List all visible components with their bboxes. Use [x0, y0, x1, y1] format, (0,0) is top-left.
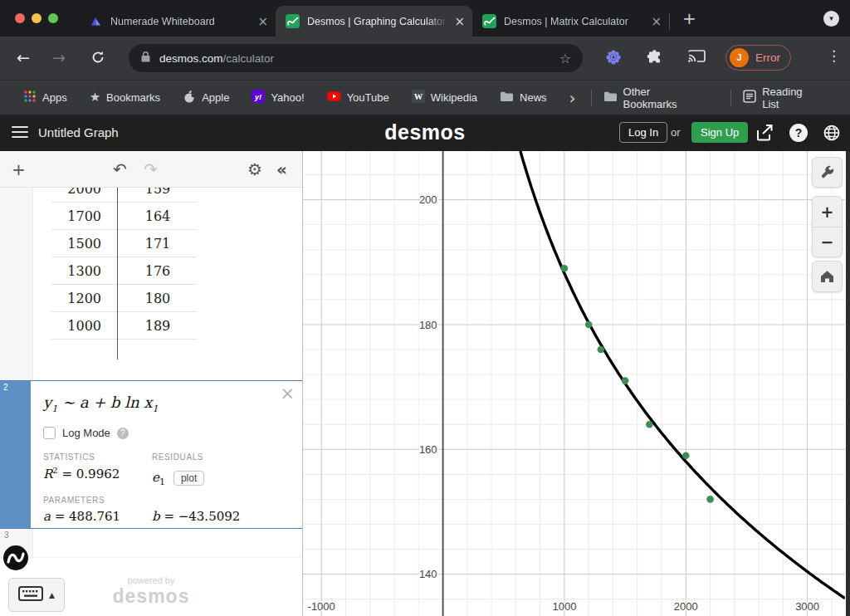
zoom-in-button[interactable]: + [813, 197, 842, 227]
bookmark-label: Yahoo! [271, 91, 304, 104]
graph-title[interactable]: Untitled Graph [38, 125, 119, 139]
tab-title: Numerade Whiteboard [110, 16, 251, 27]
tab-title: Desmos | Matrix Calculator [504, 16, 644, 27]
bookmark-item[interactable]: Apps [23, 90, 67, 105]
bookmark-item[interactable]: ★Bookmarks [90, 91, 160, 104]
bookmark-item[interactable]: Reading List [743, 86, 814, 110]
profile-status: Error [755, 51, 780, 64]
empty-expression-row[interactable]: 3 [0, 529, 303, 558]
cast-icon[interactable] [687, 48, 706, 67]
reload-button[interactable] [87, 46, 109, 71]
table-cell-x[interactable]: 1700 [33, 203, 101, 230]
data-point[interactable] [682, 452, 690, 460]
desmos-header: Untitled Graph desmos Log In or Sign Up … [0, 115, 850, 151]
data-point[interactable] [585, 321, 593, 329]
main-menu-icon[interactable] [12, 126, 28, 138]
keyboard-toggle-button[interactable]: ▲ [8, 578, 65, 612]
graph-settings-wrench-button[interactable] [812, 157, 843, 188]
extensions-puzzle-icon[interactable] [646, 48, 663, 69]
back-button[interactable]: ← [12, 46, 34, 68]
forward-button[interactable]: → [48, 46, 70, 68]
table-cell-y[interactable]: 176 [117, 257, 198, 285]
log-mode-help-icon[interactable]: ? [117, 428, 129, 439]
help-icon[interactable]: ? [789, 124, 808, 142]
table-cell-x[interactable]: 1300 [33, 257, 101, 285]
bookmark-label: Bookmarks [106, 91, 160, 104]
zoom-out-button[interactable]: − [813, 227, 842, 257]
bookmark-item[interactable]: Apple [183, 90, 229, 106]
close-window-button[interactable] [15, 13, 25, 23]
browser-menu-button[interactable]: ⋮ [827, 47, 841, 64]
zoom-controls: + − [812, 196, 843, 257]
tab-search-button[interactable]: ▾ [823, 11, 839, 27]
tab-close-button[interactable]: × [257, 15, 268, 27]
collapse-panel-button[interactable]: « [276, 159, 287, 179]
extension-flower-icon[interactable] [604, 48, 623, 70]
table-cell-y[interactable]: 164 [117, 203, 198, 230]
residuals-label: RESIDUALS [152, 452, 240, 466]
signup-button[interactable]: Sign Up [691, 122, 748, 143]
redo-button[interactable]: ↷ [144, 159, 158, 179]
address-bar[interactable]: desmos.com/calculator ☆ [129, 44, 583, 72]
table-cell-x[interactable]: 1000 [33, 312, 101, 340]
login-button[interactable]: Log In [619, 122, 667, 143]
graph-canvas[interactable]: 200180160140-1000100020003000 [303, 151, 845, 616]
undo-button[interactable]: ↶ [113, 159, 127, 179]
parameters-label: PARAMETERS [43, 496, 240, 509]
minimize-window-button[interactable] [32, 13, 42, 23]
data-point[interactable] [646, 421, 653, 428]
statistics-label: STATISTICS [43, 452, 152, 466]
data-point[interactable] [598, 346, 605, 354]
data-point[interactable] [561, 265, 569, 272]
browser-tab[interactable]: Desmos | Matrix Calculator× [472, 6, 669, 37]
lock-icon[interactable] [140, 51, 151, 66]
log-mode-checkbox[interactable] [43, 427, 56, 439]
plot-residuals-button[interactable]: plot [173, 471, 204, 486]
tab-close-button[interactable]: × [454, 15, 465, 27]
graph-settings-gear-icon[interactable]: ⚙ [247, 159, 262, 179]
maximize-window-button[interactable] [48, 13, 58, 23]
expression-gutter [0, 188, 33, 380]
profile-chip[interactable]: J Error [725, 45, 791, 71]
data-point[interactable] [706, 496, 714, 503]
browser-tab[interactable]: Desmos | Graphing Calculator× [276, 6, 472, 37]
share-icon[interactable] [755, 124, 775, 145]
bookmark-item[interactable]: WWikipedia [412, 90, 477, 105]
yahoo-icon: y! [252, 90, 265, 105]
default-viewport-button[interactable] [812, 261, 843, 292]
table-cell-y[interactable]: 171 [117, 230, 198, 257]
wikipedia-icon: W [412, 90, 425, 105]
remove-expression-button[interactable]: × [280, 385, 295, 403]
bookmark-item[interactable]: YouTube [327, 90, 389, 105]
axis-labels: 200180160140-1000100020003000 [308, 193, 819, 613]
bookmark-item[interactable]: y!Yahoo! [252, 90, 304, 105]
regression-equation[interactable]: y1 ~ a + b ln x1 [43, 394, 158, 414]
table-cell-y[interactable]: 189 [117, 312, 198, 340]
graph-paper[interactable]: 200180160140-1000100020003000 + − [303, 151, 846, 616]
url-text[interactable]: desmos.com/calculator [159, 52, 559, 65]
star-icon: ★ [90, 91, 100, 104]
expression-index: 2 [3, 383, 8, 392]
language-globe-icon[interactable] [823, 124, 841, 145]
major-gridlines [303, 151, 845, 616]
browser-tab[interactable]: Numerade Whiteboard× [79, 6, 276, 37]
bookmarks-overflow-chevron-icon[interactable]: › [569, 90, 576, 106]
table-cell-y[interactable]: 180 [117, 285, 198, 312]
new-tab-button[interactable]: + [682, 10, 696, 27]
table-cell-x[interactable]: 1500 [33, 230, 101, 257]
tab-close-button[interactable]: × [651, 15, 662, 27]
main-content: 2000159170016415001711300176120018010001… [0, 151, 850, 616]
apps-grid-icon [23, 90, 37, 105]
bookmark-item[interactable]: News [500, 90, 547, 105]
apple-icon [183, 90, 196, 106]
bookmark-star-icon[interactable]: ☆ [559, 51, 571, 66]
bookmark-label: Apps [42, 91, 67, 104]
table-cell-x[interactable]: 1200 [33, 285, 101, 312]
add-expression-button[interactable]: + [12, 159, 26, 179]
data-point[interactable] [622, 377, 629, 384]
y-tick-label: 140 [419, 568, 437, 580]
regression-expression[interactable]: 2 × y1 ~ a + b ln x1 Log Mode ? STATISTI… [0, 380, 303, 529]
bookmark-item[interactable]: Other Bookmarks [603, 86, 697, 110]
expression-gutter-selected[interactable]: 2 [0, 381, 31, 528]
numerade-icon [89, 14, 103, 28]
